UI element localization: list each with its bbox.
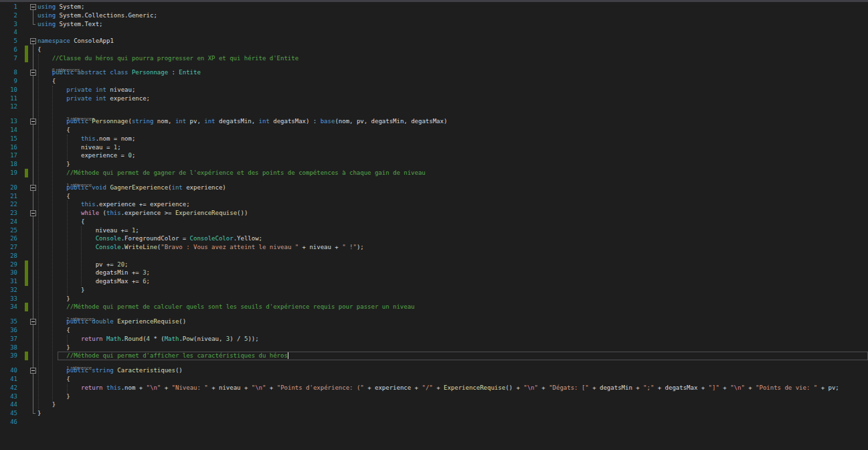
code-text[interactable]: Console.ForegroundColor = ConsoleColor.Y… bbox=[37, 234, 868, 243]
line-number[interactable]: 7 bbox=[0, 54, 17, 63]
line-number[interactable]: 33 bbox=[0, 295, 17, 303]
line-number[interactable]: 14 bbox=[0, 126, 17, 135]
code-text[interactable]: this.nom = nom; bbox=[37, 135, 868, 143]
code-line[interactable]: 40 public string Caracteristiques() bbox=[0, 366, 868, 375]
code-line[interactable]: 32 } bbox=[0, 286, 868, 295]
line-number[interactable]: 10 bbox=[0, 86, 17, 94]
line-number[interactable]: 11 bbox=[0, 94, 17, 103]
code-line[interactable]: 17 experience = 0; bbox=[0, 151, 868, 160]
code-line[interactable]: 46 bbox=[0, 418, 868, 427]
code-line[interactable]: 42 return this.nom + "\n" + "Niveau: " +… bbox=[0, 384, 868, 392]
code-text[interactable]: public abstract class Personnage : Entit… bbox=[37, 68, 868, 77]
code-line[interactable]: 8 public abstract class Personnage : Ent… bbox=[0, 68, 868, 77]
line-number[interactable]: 45 bbox=[0, 409, 17, 418]
code-text[interactable]: } bbox=[37, 344, 868, 352]
line-number[interactable]: 21 bbox=[0, 192, 17, 201]
code-text[interactable]: } bbox=[37, 392, 868, 401]
code-line[interactable]: 6{ bbox=[0, 46, 868, 54]
code-line[interactable]: 13 public Personnage(string nom, int pv,… bbox=[0, 117, 868, 126]
line-number[interactable]: 25 bbox=[0, 226, 17, 235]
code-line[interactable]: 28 bbox=[0, 252, 868, 260]
code-text[interactable]: { bbox=[37, 218, 868, 226]
code-line[interactable]: 16 niveau = 1; bbox=[0, 143, 868, 152]
code-line[interactable]: 36 { bbox=[0, 326, 868, 335]
code-text[interactable]: Console.WriteLine("Bravo : Vous avez att… bbox=[37, 243, 868, 252]
line-number[interactable]: 9 bbox=[0, 77, 17, 86]
code-line[interactable]: 14 { bbox=[0, 126, 868, 135]
code-line[interactable]: 15 this.nom = nom; bbox=[0, 135, 868, 143]
code-line[interactable]: 19 //Méthode qui permet de gagner de l'e… bbox=[0, 169, 868, 177]
code-text[interactable]: using System; bbox=[37, 3, 868, 11]
code-text[interactable] bbox=[37, 252, 868, 260]
line-number[interactable]: 2 bbox=[0, 11, 17, 20]
code-text[interactable]: //Méthode qui permet de calculer quels s… bbox=[37, 303, 868, 311]
code-line[interactable]: 39 //Méthode qui permet d'afficher les c… bbox=[0, 352, 868, 360]
line-number[interactable]: 40 bbox=[0, 366, 17, 375]
code-line[interactable]: 12 bbox=[0, 102, 868, 111]
code-line[interactable]: 21 { bbox=[0, 192, 868, 201]
line-number[interactable]: 6 bbox=[0, 46, 17, 54]
line-number[interactable]: 28 bbox=[0, 252, 17, 260]
code-text[interactable]: { bbox=[37, 46, 868, 54]
line-number[interactable]: 8 bbox=[0, 68, 17, 77]
code-line[interactable]: 4 bbox=[0, 28, 868, 37]
code-line[interactable]: 33 } bbox=[0, 295, 868, 303]
code-text[interactable]: public double ExperienceRequise() bbox=[37, 317, 868, 326]
line-number[interactable]: 23 bbox=[0, 209, 17, 218]
line-number[interactable]: 36 bbox=[0, 326, 17, 335]
code-text[interactable]: while (this.experience >= ExperienceRequ… bbox=[37, 209, 868, 218]
code-text[interactable]: { bbox=[37, 77, 868, 86]
line-number[interactable]: 20 bbox=[0, 183, 17, 192]
line-number[interactable]: 19 bbox=[0, 169, 17, 177]
code-line[interactable]: 7 //Classe du héros qui pourra progresse… bbox=[0, 54, 868, 63]
line-number[interactable]: 1 bbox=[0, 3, 17, 11]
code-line[interactable]: 10 private int niveau; bbox=[0, 86, 868, 94]
line-number[interactable]: 3 bbox=[0, 20, 17, 29]
code-line[interactable]: 31 degatsMax += 6; bbox=[0, 277, 868, 286]
line-number[interactable]: 37 bbox=[0, 335, 17, 344]
line-number[interactable]: 32 bbox=[0, 286, 17, 295]
line-number[interactable]: 41 bbox=[0, 375, 17, 384]
line-number[interactable]: 39 bbox=[0, 352, 17, 360]
code-line[interactable]: 26 Console.ForegroundColor = ConsoleColo… bbox=[0, 234, 868, 243]
code-line[interactable]: 23 while (this.experience >= ExperienceR… bbox=[0, 209, 868, 218]
code-text[interactable]: niveau = 1; bbox=[37, 143, 868, 152]
code-text[interactable] bbox=[37, 28, 868, 37]
line-number[interactable]: 30 bbox=[0, 269, 17, 277]
code-line[interactable]: 37 return Math.Round(4 * (Math.Pow(nivea… bbox=[0, 335, 868, 344]
line-number[interactable]: 43 bbox=[0, 392, 17, 401]
fold-collapse-icon[interactable] bbox=[30, 38, 36, 44]
line-number[interactable]: 44 bbox=[0, 400, 17, 409]
code-text[interactable]: degatsMin += 3; bbox=[37, 269, 868, 277]
code-text[interactable]: experience = 0; bbox=[37, 151, 868, 160]
code-text[interactable]: return this.nom + "\n" + "Niveau: " + ni… bbox=[37, 384, 868, 392]
code-line[interactable]: 34 //Méthode qui permet de calculer quel… bbox=[0, 303, 868, 311]
fold-collapse-icon[interactable] bbox=[30, 210, 36, 216]
code-text[interactable]: return Math.Round(4 * (Math.Pow(niveau, … bbox=[37, 335, 868, 344]
code-text[interactable]: using System.Collections.Generic; bbox=[37, 11, 868, 20]
code-text[interactable]: //Méthode qui permet de gagner de l'expé… bbox=[37, 169, 868, 177]
fold-collapse-icon[interactable] bbox=[30, 185, 36, 191]
code-text[interactable]: { bbox=[37, 126, 868, 135]
line-number[interactable]: 35 bbox=[0, 317, 17, 326]
code-text[interactable]: degatsMax += 6; bbox=[37, 277, 868, 286]
code-line[interactable]: 38 } bbox=[0, 344, 868, 352]
code-text[interactable]: private int experience; bbox=[37, 94, 868, 103]
code-line[interactable]: 22 this.experience += experience; bbox=[0, 200, 868, 209]
code-text[interactable]: } bbox=[37, 160, 868, 169]
code-text[interactable]: this.experience += experience; bbox=[37, 200, 868, 209]
line-number[interactable]: 31 bbox=[0, 277, 17, 286]
fold-collapse-icon[interactable] bbox=[30, 119, 36, 125]
code-text[interactable]: public string Caracteristiques() bbox=[37, 366, 868, 375]
fold-collapse-icon[interactable] bbox=[30, 4, 36, 10]
code-text[interactable]: { bbox=[37, 326, 868, 335]
code-line[interactable]: 27 Console.WriteLine("Bravo : Vous avez … bbox=[0, 243, 868, 252]
line-number[interactable]: 38 bbox=[0, 344, 17, 352]
code-line[interactable]: 3using System.Text; bbox=[0, 20, 868, 29]
line-number[interactable]: 18 bbox=[0, 160, 17, 169]
code-text[interactable]: namespace ConsoleApp1 bbox=[37, 37, 868, 46]
code-line[interactable]: 18 } bbox=[0, 160, 868, 169]
code-text[interactable]: { bbox=[37, 375, 868, 384]
line-number[interactable]: 22 bbox=[0, 200, 17, 209]
line-number[interactable]: 42 bbox=[0, 384, 17, 392]
